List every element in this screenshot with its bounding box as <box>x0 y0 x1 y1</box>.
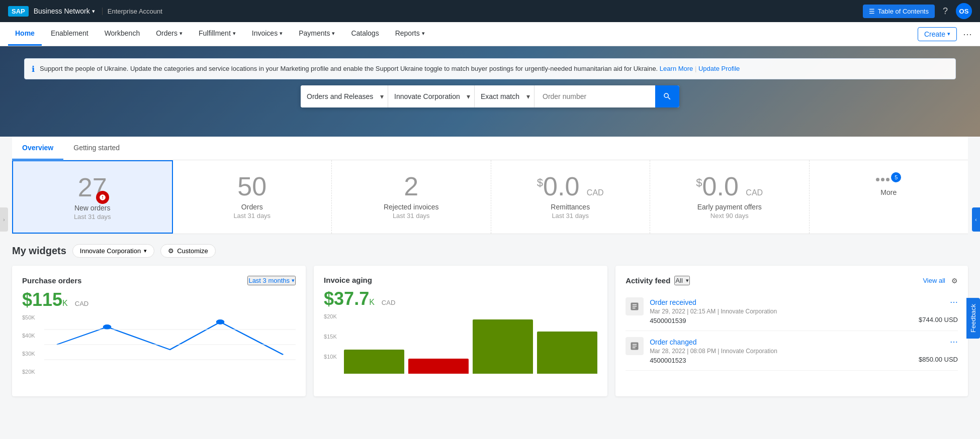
nav-item-invoices[interactable]: Invoices ▾ <box>245 22 290 46</box>
line-chart-svg <box>44 314 296 375</box>
overview-tabs: Overview Getting started <box>12 137 968 160</box>
remittances-number: $0.0 CAD <box>501 172 640 201</box>
search-button[interactable] <box>655 85 679 107</box>
activity-icon-1 <box>626 297 644 315</box>
new-orders-icon-wrap: 27 <box>78 173 107 202</box>
activity-settings-icon[interactable]: ⚙ <box>951 277 958 285</box>
sap-logo: SAP <box>8 6 29 17</box>
nav-item-enablement[interactable]: Enablement <box>44 22 96 46</box>
right-chevron-icon: ‹ <box>975 217 976 223</box>
stat-more[interactable]: 5 More <box>810 160 968 234</box>
match-select[interactable]: Exact match Starts with Contains <box>475 85 534 107</box>
stat-remittances[interactable]: $0.0 CAD Remittances Last 31 days <box>491 160 651 234</box>
nav-more-icon[interactable]: ⋯ <box>963 29 972 40</box>
svg-point-1 <box>216 319 225 324</box>
bar-chart-inner <box>344 313 597 374</box>
feedback-button[interactable]: Feedback <box>966 298 980 339</box>
more-label: More <box>820 188 958 196</box>
nav-item-catalogs[interactable]: Catalogs <box>344 22 386 46</box>
table-of-contents-button[interactable]: ☰ Table of Contents <box>863 5 935 18</box>
more-dot-3 <box>886 178 889 181</box>
activity-filter-caret: ▾ <box>686 277 689 284</box>
activity-feed-title: Activity feed <box>626 276 670 285</box>
right-panel-handle[interactable]: ‹ <box>972 207 980 232</box>
customize-button[interactable]: ⚙ Customize <box>160 244 215 258</box>
learn-more-link[interactable]: Learn More <box>660 65 693 72</box>
bar-chart-y-labels: $20K $15K $10K <box>324 313 344 374</box>
stat-rejected-invoices[interactable]: 2 Rejected invoices Last 31 days <box>332 160 491 234</box>
view-all-link[interactable]: View all <box>923 277 945 284</box>
nav-item-workbench[interactable]: Workbench <box>98 22 147 46</box>
activity-row-2: Order changed ⋯ <box>650 337 958 347</box>
rejected-invoices-label: Rejected invoices <box>342 203 481 211</box>
activity-more-1[interactable]: ⋯ <box>950 297 958 307</box>
invoice-aging-widget: Invoice aging $37.7K CAD $20K $15K $10K <box>314 266 607 396</box>
activity-title-1[interactable]: Order received <box>650 298 696 306</box>
search-type-select[interactable]: Orders and Releases Invoices Payments Ca… <box>301 85 388 107</box>
invoice-aging-chart: $20K $15K $10K <box>324 313 597 374</box>
activity-amount-1: $744.00 USD <box>919 316 958 323</box>
purchase-orders-title: Purchase orders <box>22 276 81 285</box>
purchase-orders-amount: $115K CAD <box>22 289 296 310</box>
search-type-dropdown[interactable]: Orders and Releases Invoices Payments Ca… <box>301 85 388 107</box>
activity-item-1: Order received ⋯ Mar 29, 2022 | 02:15 AM… <box>626 291 958 331</box>
nav-item-orders[interactable]: Orders ▾ <box>149 22 190 46</box>
stat-early-payment[interactable]: $0.0 CAD Early payment offers Next 90 da… <box>650 160 810 234</box>
activity-icon-2 <box>626 337 644 355</box>
widgets-grid: Purchase orders Last 3 months ▾ $115K CA… <box>12 266 968 396</box>
rejected-invoices-period: Last 31 days <box>342 212 481 220</box>
rejected-invoices-number: 2 <box>342 172 481 201</box>
left-chevron-icon: › <box>3 217 5 223</box>
bar-4 <box>537 332 597 374</box>
activity-actions: View all ⚙ <box>923 277 958 285</box>
activity-row-1: Order received ⋯ <box>650 297 958 307</box>
avatar[interactable]: OS <box>956 3 972 19</box>
nav-item-reports[interactable]: Reports ▾ <box>388 22 432 46</box>
purchase-orders-period-caret: ▾ <box>292 277 295 284</box>
early-payment-number: $0.0 CAD <box>660 172 799 201</box>
nav-item-fulfillment[interactable]: Fulfillment ▾ <box>192 22 243 46</box>
purchase-orders-chart: $50K $40K $30K $20K <box>22 314 296 375</box>
purchase-orders-header: Purchase orders Last 3 months ▾ <box>22 276 296 285</box>
activity-filter-button[interactable]: All ▾ <box>674 276 689 285</box>
activity-content-2: Order changed ⋯ Mar 28, 2022 | 08:08 PM … <box>650 337 958 364</box>
early-payment-label: Early payment offers <box>660 203 799 211</box>
tab-overview[interactable]: Overview <box>12 137 63 160</box>
activity-more-2[interactable]: ⋯ <box>950 337 958 347</box>
company-select[interactable]: Innovate Corporation All Companies <box>388 85 474 107</box>
stat-orders[interactable]: 50 Orders Last 31 days <box>173 160 332 234</box>
top-bar-left: SAP Business Network ▾ Enterprise Accoun… <box>8 6 162 17</box>
help-icon[interactable]: ? <box>943 6 948 17</box>
notification-text: Support the people of Ukraine. Update th… <box>40 64 948 74</box>
more-dots-container: 5 <box>820 172 958 186</box>
activity-feed-widget: Activity feed All ▾ View all ⚙ <box>615 266 968 396</box>
nav-item-home[interactable]: Home <box>8 22 42 46</box>
stats-row: 27 New orders Last 31 days 50 Orders Las… <box>12 160 968 234</box>
match-dropdown[interactable]: Exact match Starts with Contains <box>475 85 534 107</box>
create-button[interactable]: Create ▾ <box>918 27 957 41</box>
more-badge: 5 <box>891 172 901 182</box>
bar-1 <box>344 350 404 374</box>
stat-new-orders[interactable]: 27 New orders Last 31 days <box>12 160 173 234</box>
chart-inner <box>44 314 296 375</box>
notification-badge <box>96 191 109 204</box>
purchase-orders-widget: Purchase orders Last 3 months ▾ $115K CA… <box>12 266 306 396</box>
purchase-orders-period-button[interactable]: Last 3 months ▾ <box>247 276 296 285</box>
orders-label: Orders <box>183 203 322 211</box>
top-bar-right: ☰ Table of Contents ? OS <box>863 3 972 19</box>
update-profile-link[interactable]: Update Profile <box>698 65 740 72</box>
search-input[interactable] <box>534 85 655 107</box>
left-panel-handle[interactable]: › <box>0 207 8 232</box>
activity-meta-2: Mar 28, 2022 | 08:08 PM | Innovate Corpo… <box>650 348 958 355</box>
search-icon <box>663 92 672 101</box>
tab-getting-started[interactable]: Getting started <box>63 137 130 160</box>
business-network-label[interactable]: Business Network ▾ <box>34 7 95 15</box>
activity-feed-header: Activity feed All ▾ View all ⚙ <box>626 276 958 285</box>
create-caret: ▾ <box>947 31 950 37</box>
more-dot-2 <box>881 178 884 181</box>
widgets-title: My widgets <box>12 245 66 257</box>
company-filter-button[interactable]: Innovate Corporation ▾ <box>72 244 154 258</box>
nav-item-payments[interactable]: Payments ▾ <box>292 22 342 46</box>
activity-title-2[interactable]: Order changed <box>650 338 696 346</box>
company-dropdown[interactable]: Innovate Corporation All Companies <box>388 85 475 107</box>
